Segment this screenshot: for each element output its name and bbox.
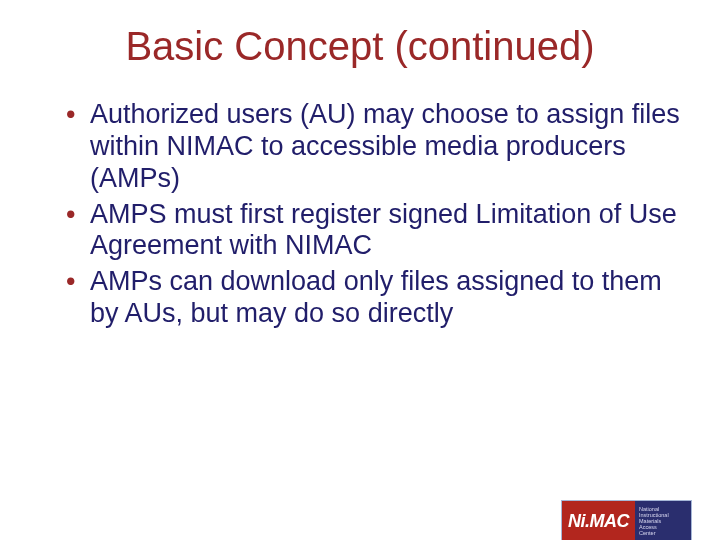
bullet-list: Authorized users (AU) may choose to assi…	[60, 99, 680, 330]
logo-suffix: MAC	[590, 511, 630, 532]
slide-title: Basic Concept (continued)	[0, 24, 720, 69]
logo-caption-line: Center	[639, 530, 687, 536]
nimac-logo: Ni.MAC National Instructional Materials …	[561, 500, 692, 540]
list-item: AMPs can download only files assigned to…	[60, 266, 680, 330]
slide-body: Authorized users (AU) may choose to assi…	[0, 99, 720, 330]
logo-caption: National Instructional Materials Access …	[635, 501, 691, 540]
list-item: Authorized users (AU) may choose to assi…	[60, 99, 680, 195]
logo-prefix: Ni	[568, 511, 585, 532]
slide: Basic Concept (continued) Authorized use…	[0, 24, 720, 540]
logo-wordmark: Ni.MAC	[562, 501, 635, 540]
list-item: AMPS must first register signed Limitati…	[60, 199, 680, 263]
